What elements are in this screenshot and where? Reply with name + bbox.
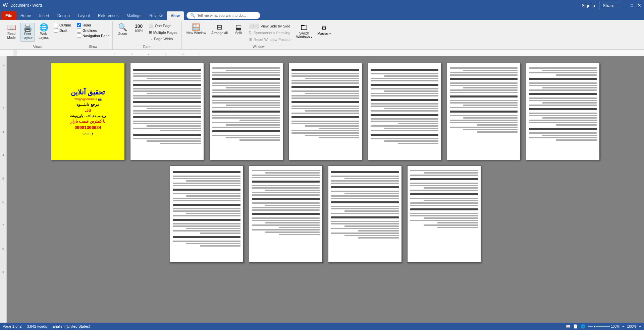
text-line (291, 82, 359, 84)
arrange-all-button[interactable]: ⊟ Arrange All (209, 23, 230, 36)
page-thumb-2[interactable] (130, 63, 204, 160)
text-line (133, 97, 201, 99)
synchronous-scrolling-button[interactable]: ⇅ Synchronous Scrolling (247, 29, 293, 36)
page-width-button[interactable]: ↔ Page Width (148, 36, 179, 42)
reset-window-position-button[interactable]: ⊞ Reset Window Position (247, 36, 293, 43)
text-line (173, 223, 240, 224)
text-line (450, 111, 518, 113)
text-line (384, 108, 438, 109)
page-thumb-7[interactable] (526, 63, 600, 160)
text-line (424, 172, 478, 174)
switch-windows-button[interactable]: 🗔 SwitchWindows ▾ (294, 23, 314, 40)
print-layout-label: PrintLayout (22, 32, 33, 40)
macros-button[interactable]: ⚙ Macros ▾ (316, 23, 333, 37)
zoom-slider[interactable]: ── ●────── 100% (588, 325, 620, 328)
text-line (291, 108, 359, 109)
page-thumb-10[interactable] (328, 166, 402, 263)
text-line (212, 117, 280, 119)
tab-view[interactable]: View (167, 11, 184, 20)
read-mode-button[interactable]: 📖 ReadMode (4, 23, 19, 41)
share-button[interactable]: Share (599, 2, 618, 9)
page-thumb-3[interactable] (209, 63, 283, 160)
tab-layout[interactable]: Layout (74, 11, 94, 20)
nav-pane-check[interactable] (77, 34, 81, 38)
tab-insert[interactable]: Insert (35, 11, 53, 20)
close-icon[interactable]: ✕ (637, 3, 641, 8)
one-page-button[interactable]: ⬜ One Page (148, 23, 179, 28)
text-line (371, 99, 438, 101)
text-line (358, 237, 399, 239)
web-layout-button[interactable]: 🌐 WebLayout (36, 23, 51, 41)
text-line (291, 73, 359, 74)
page-thumb-6[interactable] (447, 63, 521, 160)
tab-mailings[interactable]: Mailings (122, 11, 145, 20)
text-line (410, 215, 478, 216)
tell-me-box[interactable]: 🔍 Tell me what you want to do... (186, 12, 260, 19)
zoom-icon: 🔍 (118, 24, 127, 31)
text-line (450, 100, 518, 101)
zoom-out-icon[interactable]: − (622, 324, 624, 328)
text-line (331, 228, 399, 229)
text-line (186, 195, 240, 197)
view-side-by-side-button[interactable]: ⬜⬜ View Side by Side (247, 23, 293, 29)
text-line (344, 235, 399, 236)
text-line (252, 213, 320, 215)
text-line (371, 114, 438, 116)
nav-pane-label: Navigation Pane (83, 34, 110, 38)
page-thumb-11[interactable] (407, 166, 481, 263)
minimize-icon[interactable]: ― (622, 3, 627, 8)
web-layout-status-icon[interactable]: 🌐 (581, 324, 585, 329)
ruler-check[interactable] (77, 23, 81, 27)
tab-design[interactable]: Design (53, 11, 74, 20)
draft-checkbox[interactable]: Draft (54, 28, 71, 32)
read-mode-icon: 📖 (7, 24, 16, 31)
text-line (331, 208, 399, 209)
draft-check[interactable] (54, 28, 58, 32)
tab-review[interactable]: Review (145, 11, 166, 20)
text-line (173, 204, 240, 206)
text-line (371, 95, 438, 96)
print-layout-button[interactable]: 🖨️ PrintLayout (20, 23, 35, 42)
split-button[interactable]: ⬓ Split (231, 23, 246, 36)
outline-check[interactable] (54, 23, 58, 27)
page-thumb-8[interactable] (170, 166, 244, 263)
new-window-button[interactable]: 🪟 New Window (184, 23, 208, 36)
text-line (186, 228, 240, 229)
print-layout-status-icon[interactable]: 📄 (573, 324, 578, 329)
signin-button[interactable]: Sign in (582, 3, 595, 8)
page-thumb-1[interactable]: تحقیق آنلاین Tahghighonline.ir 📷 مرجع دا… (51, 63, 125, 160)
multiple-pages-button[interactable]: ⊞ Multiple Pages (148, 29, 179, 35)
read-mode-status-icon[interactable]: 📖 (566, 324, 571, 329)
text-line (252, 207, 320, 208)
text-line (173, 219, 240, 221)
tab-home[interactable]: Home (16, 11, 35, 20)
outline-checkbox[interactable]: Outline (54, 23, 71, 27)
zoom-in-icon[interactable]: + (639, 324, 641, 328)
zoom-100-button[interactable]: 100 100% (131, 23, 146, 34)
gridlines-check[interactable] (77, 28, 81, 32)
title-bar-right: Sign in Share ― □ ✕ (582, 2, 641, 9)
page-thumb-5[interactable] (368, 63, 441, 160)
text-line (226, 105, 280, 106)
ruler-checkbox[interactable]: Ruler (77, 23, 110, 27)
tab-references[interactable]: References (94, 11, 122, 20)
ruler-content: 7 | 5 | 4 | 3 | 2 | 1 | (13, 50, 644, 56)
text-line (450, 102, 518, 104)
page-5-content (368, 63, 441, 160)
document-area[interactable]: تحقیق آنلاین Tahghighonline.ir 📷 مرجع دا… (7, 56, 644, 323)
tab-file[interactable]: File (1, 11, 16, 20)
text-line (529, 137, 597, 138)
zoom-button[interactable]: 🔍 Zoom (115, 23, 130, 37)
text-line (556, 124, 597, 126)
page-thumb-9[interactable] (249, 166, 323, 263)
text-line (133, 90, 201, 92)
restore-icon[interactable]: □ (631, 3, 633, 8)
text-line (450, 95, 518, 97)
show-group-label: Show (77, 44, 110, 49)
gridlines-checkbox[interactable]: Gridlines (77, 28, 110, 32)
nav-pane-checkbox[interactable]: Navigation Pane (77, 34, 110, 38)
text-line (305, 78, 359, 79)
text-line (529, 105, 597, 106)
page-thumb-4[interactable] (288, 63, 362, 160)
text-line (212, 102, 280, 104)
